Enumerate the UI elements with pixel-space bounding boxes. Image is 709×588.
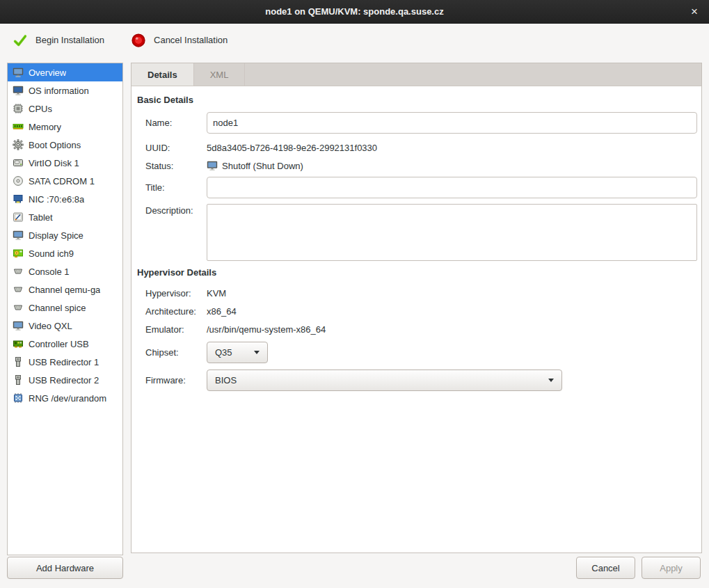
- sidebar-item-overview[interactable]: Overview: [8, 63, 122, 81]
- sidebar-item-label: Controller USB: [29, 339, 89, 349]
- tablet-icon: [13, 212, 24, 223]
- sidebar-item-label: Overview: [29, 67, 66, 78]
- sidebar-item-label: USB Redirector 2: [29, 375, 99, 386]
- memory-icon: [13, 121, 24, 132]
- os-information-icon: [13, 85, 24, 96]
- boot-options-icon: [13, 139, 24, 150]
- sidebar-item-label: OS information: [29, 86, 89, 96]
- display-icon: [13, 230, 24, 241]
- window-title: node1 on QEMU/KVM: sponde.qa.suse.cz: [265, 6, 443, 17]
- sidebar-item-label: RNG /dev/urandom: [29, 393, 106, 404]
- firmware-row: Firmware: BIOS: [145, 370, 697, 391]
- usb-redirector-icon: [13, 356, 24, 367]
- sidebar-item-video-qxl[interactable]: Video QXL: [8, 317, 122, 335]
- rng-icon: [13, 392, 24, 404]
- uuid-value: 5d8a3405-b726-4198-9e26-2992131f0330: [207, 143, 697, 153]
- details-panel: Basic Details Name: UUID: 5d8a3405-b726-…: [131, 86, 702, 553]
- sidebar-item-label: Video QXL: [29, 321, 72, 331]
- hypervisor-label: Hypervisor:: [145, 288, 207, 299]
- disk-icon: [13, 157, 24, 168]
- chevron-down-icon: [254, 351, 260, 354]
- sidebar-item-channel-spice[interactable]: Channel spice: [8, 299, 122, 317]
- architecture-label: Architecture:: [145, 306, 207, 317]
- channel-icon: [13, 302, 24, 313]
- sidebar-item-usb-redirector-2[interactable]: USB Redirector 2: [8, 371, 122, 389]
- controller-usb-icon: [13, 338, 24, 349]
- console-icon: [13, 266, 24, 277]
- tab-xml[interactable]: XML: [194, 63, 246, 86]
- description-input[interactable]: [207, 204, 697, 261]
- tab-bar: DetailsXML: [131, 63, 702, 86]
- sidebar-item-label: VirtIO Disk 1: [29, 158, 79, 168]
- chevron-down-icon: [548, 379, 554, 382]
- sidebar-item-sound-ich9[interactable]: Sound ich9: [8, 244, 122, 262]
- begin-installation-button[interactable]: Begin Installation: [4, 28, 113, 53]
- sidebar-item-cpus[interactable]: CPUs: [8, 100, 122, 118]
- basic-details-heading: Basic Details: [137, 95, 699, 105]
- description-row: Description:: [145, 204, 697, 261]
- sidebar-item-label: Channel qemu-ga: [29, 285, 100, 295]
- sidebar-item-console-1[interactable]: Console 1: [8, 262, 122, 280]
- title-row: Title:: [145, 177, 697, 198]
- sidebar-item-display-spice[interactable]: Display Spice: [8, 226, 122, 244]
- begin-check-icon: [13, 33, 28, 48]
- status-label: Status:: [145, 161, 207, 171]
- add-hardware-button[interactable]: Add Hardware: [7, 557, 123, 579]
- name-row: Name:: [145, 112, 697, 134]
- cancel-installation-button[interactable]: Cancel Installation: [122, 28, 236, 53]
- overview-monitor-icon: [13, 67, 24, 78]
- sidebar-item-virtio-disk-1[interactable]: VirtIO Disk 1: [8, 154, 122, 172]
- video-icon: [13, 320, 24, 331]
- sidebar-item-label: Memory: [29, 122, 61, 132]
- sidebar-item-boot-options[interactable]: Boot Options: [8, 136, 122, 154]
- title-input[interactable]: [207, 177, 697, 198]
- cancel-installation-label: Cancel Installation: [154, 35, 228, 45]
- sidebar-item-rng-dev-urandom[interactable]: RNG /dev/urandom: [8, 389, 122, 407]
- hardware-list: OverviewOS informationCPUsMemoryBoot Opt…: [7, 63, 123, 555]
- architecture-value: x86_64: [207, 306, 697, 317]
- emulator-row: Emulator: /usr/bin/qemu-system-x86_64: [145, 321, 697, 337]
- titlebar: node1 on QEMU/KVM: sponde.qa.suse.cz ×: [0, 0, 709, 24]
- sidebar-item-label: Boot Options: [29, 140, 81, 150]
- sidebar-item-label: SATA CDROM 1: [29, 176, 95, 186]
- firmware-label: Firmware:: [145, 375, 207, 386]
- sidebar-item-nic-70-e6-8a[interactable]: NIC :70:e6:8a: [8, 190, 122, 208]
- chipset-value: Q35: [215, 347, 232, 358]
- usb-redirector-icon: [13, 374, 24, 386]
- sidebar-item-label: Console 1: [29, 267, 70, 277]
- sidebar-item-tablet[interactable]: Tablet: [8, 208, 122, 226]
- cancel-stop-icon: [131, 33, 146, 48]
- sidebar-item-sata-cdrom-1[interactable]: SATA CDROM 1: [8, 172, 122, 190]
- cancel-button[interactable]: Cancel: [576, 557, 635, 579]
- sidebar-item-memory[interactable]: Memory: [8, 118, 122, 136]
- sidebar-item-label: Display Spice: [29, 230, 83, 241]
- sidebar-item-label: Sound ich9: [29, 248, 74, 259]
- hypervisor-value: KVM: [207, 288, 697, 299]
- chipset-row: Chipset: Q35: [145, 342, 697, 363]
- sidebar-item-controller-usb[interactable]: Controller USB: [8, 335, 122, 353]
- uuid-label: UUID:: [145, 143, 207, 153]
- sidebar-item-os-information[interactable]: OS information: [8, 81, 122, 100]
- hypervisor-row: Hypervisor: KVM: [145, 285, 697, 301]
- name-label: Name:: [145, 118, 207, 128]
- chipset-dropdown[interactable]: Q35: [207, 342, 268, 363]
- uuid-row: UUID: 5d8a3405-b726-4198-9e26-2992131f03…: [145, 139, 697, 156]
- firmware-dropdown[interactable]: BIOS: [207, 370, 562, 391]
- channel-icon: [13, 284, 24, 295]
- sidebar-item-label: Tablet: [29, 212, 53, 223]
- status-monitor-icon: [207, 160, 218, 171]
- emulator-value: /usr/bin/qemu-system-x86_64: [207, 324, 697, 335]
- close-icon[interactable]: ×: [685, 3, 703, 21]
- toolbar: Begin Installation Cancel Installation: [0, 24, 709, 56]
- cpu-icon: [13, 103, 24, 114]
- sidebar-item-usb-redirector-1[interactable]: USB Redirector 1: [8, 353, 122, 371]
- sidebar-item-label: CPUs: [29, 104, 52, 114]
- begin-installation-label: Begin Installation: [35, 35, 104, 45]
- name-input[interactable]: [207, 112, 697, 134]
- architecture-row: Architecture: x86_64: [145, 303, 697, 319]
- tab-details[interactable]: Details: [132, 63, 194, 86]
- nic-icon: [13, 193, 24, 205]
- sidebar-item-channel-qemu-ga[interactable]: Channel qemu-ga: [8, 280, 122, 299]
- apply-button[interactable]: Apply: [642, 557, 701, 579]
- chipset-label: Chipset:: [145, 347, 207, 358]
